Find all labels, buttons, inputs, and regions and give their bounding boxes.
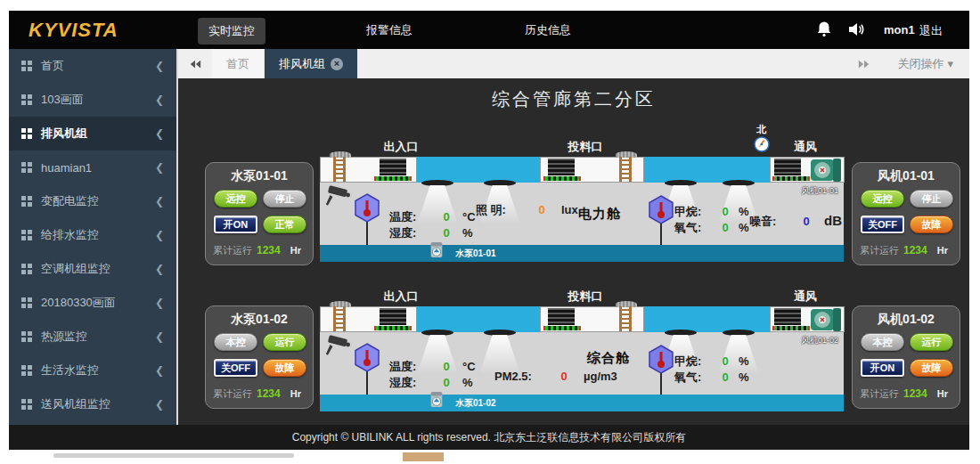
ceiling-lamp-icon xyxy=(723,180,755,186)
local-control-button[interactable]: 本控 xyxy=(861,333,904,351)
fan-tag-label: 风机01-02 xyxy=(802,335,838,346)
sidebar-item-heat-source[interactable]: 热源监控 ❮ xyxy=(9,320,176,354)
sidebar-item-water-drainage[interactable]: 给排水监控 ❮ xyxy=(9,218,176,252)
cutoff-scroll-bar xyxy=(53,453,294,458)
chevron-left-icon: ❮ xyxy=(155,161,164,174)
tab-exhaust-fan-unit[interactable]: 排风机组 × xyxy=(265,49,358,78)
ceiling-lamp-icon xyxy=(421,180,453,186)
sidebar-item-domestic-water[interactable]: 生活水监控 ❮ xyxy=(9,354,176,387)
fan-machine-icon xyxy=(810,308,842,331)
chevron-left-icon: ❮ xyxy=(155,297,164,309)
top-bar: KYVISTA 实时监控 报警信息 历史信息 mon1 退出 xyxy=(9,11,969,49)
entrance-box xyxy=(320,306,417,332)
grid-icon xyxy=(21,297,32,308)
stairs-icon xyxy=(774,308,801,325)
methane-reading: 甲烷: 0 % xyxy=(674,204,749,220)
feed-port-box xyxy=(540,157,644,183)
sidebar-item-power-distribution[interactable]: 变配电监控 ❮ xyxy=(9,184,176,218)
ladder-icon xyxy=(333,306,346,331)
gas-sensor-icon xyxy=(648,195,674,225)
runtime-counter: 累计运行1234Hr xyxy=(213,244,301,257)
entrance-label: 出入口 xyxy=(384,289,419,305)
tunnel-interior: 温度: 0 °C 湿度: 0 % 照 明: 0 lux xyxy=(320,183,844,245)
sidebar-item-103-screen[interactable]: 103画面 ❮ xyxy=(9,83,176,117)
scada-canvas: 综合管廊第二分区 北 水泵01-01 远控 停止 开ON 正常 xyxy=(178,78,969,425)
grid-icon xyxy=(21,94,32,105)
feed-port-label: 投料口 xyxy=(568,289,603,305)
power-off-button[interactable]: 关OFF xyxy=(861,216,904,233)
runtime-counter: 累计运行1234Hr xyxy=(860,387,948,401)
ceiling-lamp-icon xyxy=(665,180,697,186)
feed-port-label: 投料口 xyxy=(568,139,603,155)
light-beam xyxy=(479,335,520,374)
led-strip-icon xyxy=(543,176,581,181)
scroll-tabs-right-icon[interactable] xyxy=(847,49,881,78)
tunnel-floor-strip: 水泵01-02 xyxy=(320,395,844,411)
close-operations-menu[interactable]: 关闭操作 ▾ xyxy=(881,49,969,78)
entrance-label: 出入口 xyxy=(384,139,419,155)
oxygen-reading: 氧气: 0 % xyxy=(674,220,749,236)
runtime-counter: 累计运行1234Hr xyxy=(860,244,948,257)
stairs-icon xyxy=(774,159,801,175)
cutoff-element xyxy=(403,452,444,461)
temperature-reading: 温度: 0 °C xyxy=(389,209,476,225)
logout-link[interactable]: 退出 xyxy=(919,23,943,39)
copyright-footer: Copyright © UBILINK ALL rights reserved.… xyxy=(9,425,969,450)
sidebar-item-exhaust-fan-unit[interactable]: 排风机组 ❮ xyxy=(9,117,176,151)
tunnel-top-duct xyxy=(320,306,844,332)
ceiling-lamp-icon xyxy=(421,330,453,336)
speaker-icon[interactable] xyxy=(846,20,864,38)
fan-card-01-01: 风机01-01 远控 停止 关OFF 故障 累计运行1234Hr xyxy=(852,162,960,265)
username-label: mon1 xyxy=(884,23,915,37)
pump-card-01-02: 水泵01-02 本控 运行 关OFF 故障 累计运行1234Hr xyxy=(205,305,314,409)
sidebar-item-20180330-screen[interactable]: 20180330画面 ❮ xyxy=(9,286,176,320)
tab-close-icon[interactable]: × xyxy=(331,58,343,70)
power-off-button[interactable]: 关OFF xyxy=(214,359,257,377)
cctv-camera-icon xyxy=(323,334,357,357)
tunnel-utility-cabin: 出入口 投料口 通风口 xyxy=(319,287,845,411)
status-fault-lamp: 故障 xyxy=(910,216,953,233)
nav-history-info[interactable]: 历史信息 xyxy=(525,22,571,38)
nav-alarm-info[interactable]: 报警信息 xyxy=(366,22,412,38)
remote-control-button[interactable]: 远控 xyxy=(214,190,257,208)
chevron-left-icon: ❮ xyxy=(155,195,164,208)
vent-box xyxy=(770,157,845,183)
tab-bar: 首页 排风机组 × 关闭操作 ▾ xyxy=(178,49,969,78)
tunnel-power-cabin: 出入口 投料口 通风口 xyxy=(319,137,845,262)
temperature-reading: 温度: 0 °C xyxy=(389,359,476,375)
status-running-lamp: 运行 xyxy=(910,333,953,351)
noise-reading: 噪音: 0 dB xyxy=(749,213,842,230)
grid-icon xyxy=(21,399,32,410)
fan-card-01-02: 风机01-02 本控 运行 开ON 故障 累计运行1234Hr xyxy=(852,305,960,409)
local-control-button[interactable]: 本控 xyxy=(214,333,257,351)
runtime-counter: 累计运行1234Hr xyxy=(213,387,301,401)
status-normal-lamp: 正常 xyxy=(263,216,306,233)
sidebar-item-supply-fan-unit[interactable]: 送风机组监控 ❮ xyxy=(9,387,176,421)
tab-home[interactable]: 首页 xyxy=(212,49,265,78)
caret-down-icon: ▾ xyxy=(947,57,953,70)
sidebar-item-home[interactable]: 首页 ❮ xyxy=(9,49,176,83)
remote-control-button[interactable]: 远控 xyxy=(861,190,904,208)
sidebar-item-hvac-unit[interactable]: 空调机组监控 ❮ xyxy=(9,252,176,286)
power-on-button[interactable]: 开ON xyxy=(861,359,904,377)
status-fault-lamp: 故障 xyxy=(910,359,953,377)
chevron-left-icon: ❮ xyxy=(155,60,164,72)
north-label: 北 xyxy=(753,123,771,136)
status-fault-lamp: 故障 xyxy=(263,359,306,377)
temperature-sensor-icon xyxy=(354,193,380,224)
power-on-button[interactable]: 开ON xyxy=(214,216,257,233)
scroll-tabs-left-icon[interactable] xyxy=(178,49,212,78)
grid-icon xyxy=(21,162,32,173)
nav-realtime-monitor[interactable]: 实时监控 xyxy=(198,18,265,45)
sidebar-item-huamian1[interactable]: huamian1 ❮ xyxy=(9,151,176,184)
ladder-icon xyxy=(619,306,632,331)
stairs-icon xyxy=(548,159,575,175)
bell-icon[interactable] xyxy=(815,20,833,38)
cabin-label: 电力舱 xyxy=(578,206,621,223)
chevron-left-icon: ❮ xyxy=(155,94,164,106)
chevron-left-icon: ❮ xyxy=(155,330,164,343)
chevron-left-icon: ❮ xyxy=(155,364,164,377)
grid-icon xyxy=(21,128,32,139)
ceiling-lamp-icon xyxy=(484,330,516,336)
stairs-icon xyxy=(380,308,406,325)
